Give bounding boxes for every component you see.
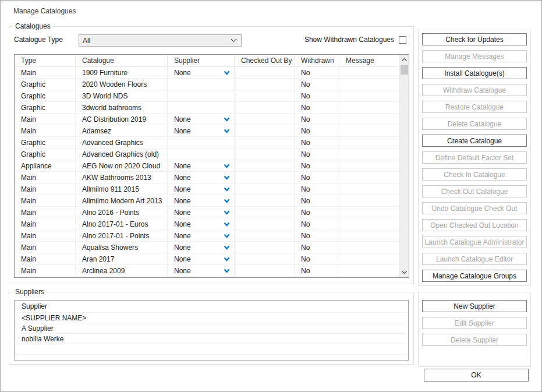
cell-type: Graphic <box>15 137 76 148</box>
show-withdrawn-checkbox[interactable] <box>399 36 406 44</box>
supplier-list-empty-row <box>15 344 408 355</box>
cell-catalogue: 1909 Furniture <box>76 67 168 78</box>
table-row[interactable]: MainAlno 2016 - PointsNoneNo <box>15 207 399 218</box>
column-header-supplier[interactable]: Supplier <box>168 55 235 66</box>
supplier-cell[interactable]: None <box>168 242 235 253</box>
table-row[interactable]: Graphic2020 Wooden FloorsNo <box>15 79 399 90</box>
table-row[interactable]: MainArclinea 2009NoneNo <box>15 265 399 277</box>
table-row[interactable]: MainAllmilmo 911 2015NoneNo <box>15 183 399 195</box>
column-header-withdrawn[interactable]: Withdrawn <box>295 55 339 66</box>
table-row[interactable]: Graphic3dworld bathroomsNo <box>15 102 399 114</box>
supplier-cell[interactable]: None <box>168 218 235 229</box>
create-catalogue-button[interactable]: Create Catalogue <box>422 135 527 147</box>
supplier-cell[interactable]: None <box>168 183 235 195</box>
launch-catalogue-editor-button[interactable]: Launch Catalogue Editor <box>422 253 527 265</box>
catalogue-type-select[interactable]: All <box>79 34 242 47</box>
supplier-value: None <box>174 162 191 170</box>
supplier-dropdown-icon[interactable] <box>224 70 230 75</box>
cell-catalogue: Allmilmo 911 2015 <box>76 183 168 195</box>
scrollbar-up-icon[interactable] <box>399 55 409 65</box>
define-default-factor-set-button[interactable]: Define Default Factor Set <box>422 151 527 164</box>
supplier-dropdown-icon[interactable] <box>224 164 230 168</box>
table-row[interactable]: GraphicAdvanced GraphicsNo <box>15 137 399 149</box>
supplier-dropdown-icon[interactable] <box>224 210 230 215</box>
cell-withdrawn: No <box>295 160 339 171</box>
new-supplier-button[interactable]: New Supplier <box>422 300 527 312</box>
scrollbar-thumb[interactable] <box>401 65 408 75</box>
table-row[interactable]: MainAC Distribution 2019NoneNo <box>15 114 399 125</box>
cell-checked-out-by <box>235 102 295 113</box>
supplier-cell[interactable]: None <box>168 195 235 206</box>
withdraw-catalogue-button[interactable]: Withdraw Catalogue <box>422 84 527 96</box>
table-row[interactable]: Main1909 FurnitureNoneNo <box>15 67 399 79</box>
cell-type: Main <box>15 207 76 218</box>
supplier-cell[interactable]: None <box>168 67 235 78</box>
delete-supplier-button[interactable]: Delete Supplier <box>422 334 527 346</box>
column-header-type[interactable]: Type <box>15 55 76 66</box>
cell-catalogue: Aran 2017 <box>76 253 168 264</box>
column-header-message[interactable]: Message <box>339 55 399 66</box>
edit-supplier-button[interactable]: Edit Supplier <box>422 317 527 329</box>
table-row[interactable]: MainAran 2017NoneNo <box>15 253 399 265</box>
table-row[interactable]: MainAKW Bathrooms 2013NoneNo <box>15 172 399 183</box>
table-row[interactable]: ApplianceAEG Now on 2020 CloudNoneNo <box>15 160 399 172</box>
table-row[interactable]: MainAlno 2017-01 - EurosNoneNo <box>15 218 399 230</box>
cell-message <box>339 218 399 229</box>
scrollbar-down-icon[interactable] <box>399 267 409 277</box>
supplier-dropdown-icon[interactable] <box>224 199 230 203</box>
supplier-dropdown-icon[interactable] <box>224 187 230 192</box>
supplier-cell[interactable]: None <box>168 172 235 183</box>
supplier-value: None <box>174 255 191 263</box>
supplier-dropdown-icon[interactable] <box>224 234 230 238</box>
table-row[interactable]: Graphic3D World NDSNo <box>15 90 399 102</box>
cell-withdrawn: No <box>295 149 339 160</box>
supplier-cell[interactable]: None <box>168 265 235 276</box>
supplier-list[interactable]: Supplier <SUPPLIER NAME>A Suppliernobili… <box>14 300 409 361</box>
supplier-list-item[interactable]: A Supplier <box>15 323 408 334</box>
table-row[interactable]: MainAqualisa ShowersNoneNo <box>15 242 399 253</box>
cell-message <box>339 149 399 160</box>
supplier-dropdown-icon[interactable] <box>224 222 230 227</box>
manage-catalogue-groups-button[interactable]: Manage Catalogue Groups <box>422 270 527 282</box>
supplier-dropdown-icon[interactable] <box>224 245 230 250</box>
column-header-catalogue[interactable]: Catalogue <box>76 55 168 66</box>
check-out-catalogue-button[interactable]: Check Out Catalogue <box>422 185 527 197</box>
table-scrollbar[interactable] <box>399 55 409 277</box>
supplier-list-items: <SUPPLIER NAME>A Suppliernobilia Werke <box>15 313 408 361</box>
supplier-dropdown-icon[interactable] <box>224 257 230 262</box>
supplier-dropdown-icon[interactable] <box>224 269 230 273</box>
table-row[interactable]: MainAllmilmo Modern Art 2013NoneNo <box>15 195 399 207</box>
launch-catalogue-administrator-button[interactable]: Launch Catalogue Administrator <box>422 236 527 248</box>
manage-messages-button[interactable]: Manage Messages <box>422 50 527 62</box>
install-catalogue-s-button[interactable]: Install Catalogue(s) <box>422 67 527 79</box>
supplier-list-item[interactable]: nobilia Werke <box>15 334 408 344</box>
undo-catalogue-check-out-button[interactable]: Undo Catalogue Check Out <box>422 202 527 214</box>
table-row[interactable]: MainAlno 2017-01 - PointsNoneNo <box>15 230 399 242</box>
ok-button[interactable]: OK <box>424 369 529 382</box>
column-header-checked-out-by[interactable]: Checked Out By <box>235 55 295 66</box>
supplier-dropdown-icon[interactable] <box>224 175 230 180</box>
check-for-updates-button[interactable]: Check for Updates <box>422 33 527 45</box>
table-row[interactable]: GraphicAdvanced Graphics (old)No <box>15 149 399 160</box>
restore-catalogue-button[interactable]: Restore Catalogue <box>422 101 527 113</box>
table-row[interactable]: MainAdamsezNoneNo <box>15 125 399 137</box>
open-checked-out-location-button[interactable]: Open Checked Out Location <box>422 219 527 231</box>
supplier-cell[interactable]: None <box>168 230 235 241</box>
supplier-dropdown-icon[interactable] <box>224 129 230 133</box>
supplier-list-item[interactable]: <SUPPLIER NAME> <box>15 313 408 323</box>
cell-message <box>339 265 399 276</box>
supplier-cell[interactable]: None <box>168 160 235 171</box>
supplier-cell[interactable]: None <box>168 207 235 218</box>
check-in-catalogue-button[interactable]: Check In Catalogue <box>422 168 527 181</box>
cell-message <box>339 102 399 113</box>
delete-catalogue-button[interactable]: Delete Catalogue <box>422 118 527 130</box>
supplier-cell[interactable]: None <box>168 114 235 125</box>
supplier-dropdown-icon[interactable] <box>224 117 230 122</box>
cell-checked-out-by <box>235 125 295 136</box>
cell-catalogue: AC Distribution 2019 <box>76 114 168 125</box>
cell-message <box>339 242 399 253</box>
supplier-value: None <box>174 115 191 123</box>
supplier-cell[interactable]: None <box>168 125 235 136</box>
supplier-cell[interactable]: None <box>168 253 235 264</box>
cell-catalogue: Advanced Graphics <box>76 137 168 148</box>
